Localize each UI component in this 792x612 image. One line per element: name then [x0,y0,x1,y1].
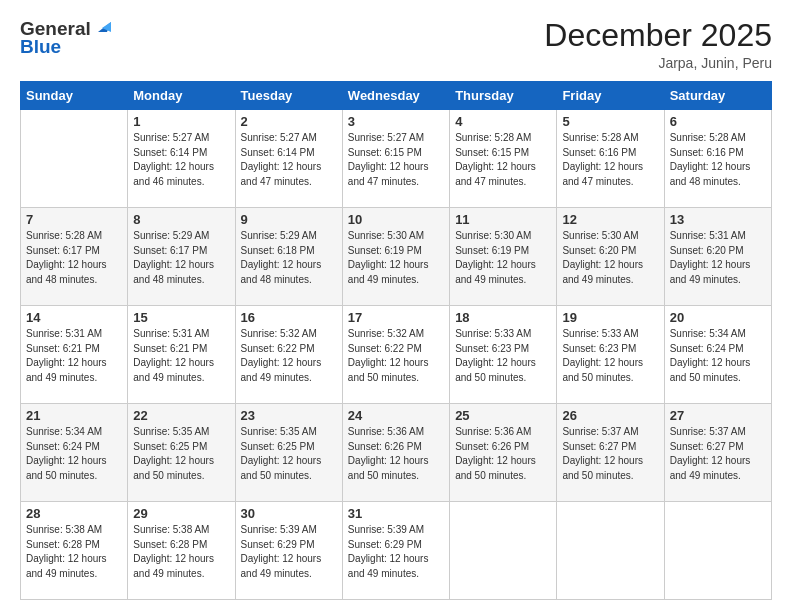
calendar-cell [664,502,771,600]
calendar-cell: 25Sunrise: 5:36 AM Sunset: 6:26 PM Dayli… [450,404,557,502]
calendar-cell: 8Sunrise: 5:29 AM Sunset: 6:17 PM Daylig… [128,208,235,306]
day-info: Sunrise: 5:33 AM Sunset: 6:23 PM Dayligh… [562,327,658,385]
calendar-cell: 24Sunrise: 5:36 AM Sunset: 6:26 PM Dayli… [342,404,449,502]
page: General Blue December 2025 Jarpa, Junin,… [0,0,792,612]
calendar-cell: 23Sunrise: 5:35 AM Sunset: 6:25 PM Dayli… [235,404,342,502]
day-number: 31 [348,506,444,521]
calendar-cell: 13Sunrise: 5:31 AM Sunset: 6:20 PM Dayli… [664,208,771,306]
day-number: 22 [133,408,229,423]
day-info: Sunrise: 5:35 AM Sunset: 6:25 PM Dayligh… [133,425,229,483]
day-info: Sunrise: 5:39 AM Sunset: 6:29 PM Dayligh… [241,523,337,581]
day-number: 11 [455,212,551,227]
calendar-cell: 16Sunrise: 5:32 AM Sunset: 6:22 PM Dayli… [235,306,342,404]
calendar-week-2: 7Sunrise: 5:28 AM Sunset: 6:17 PM Daylig… [21,208,772,306]
calendar-cell: 22Sunrise: 5:35 AM Sunset: 6:25 PM Dayli… [128,404,235,502]
day-info: Sunrise: 5:29 AM Sunset: 6:18 PM Dayligh… [241,229,337,287]
day-info: Sunrise: 5:28 AM Sunset: 6:15 PM Dayligh… [455,131,551,189]
calendar-cell: 28Sunrise: 5:38 AM Sunset: 6:28 PM Dayli… [21,502,128,600]
day-number: 14 [26,310,122,325]
day-info: Sunrise: 5:28 AM Sunset: 6:16 PM Dayligh… [562,131,658,189]
day-number: 13 [670,212,766,227]
calendar-cell [21,110,128,208]
day-number: 12 [562,212,658,227]
calendar-week-1: 1Sunrise: 5:27 AM Sunset: 6:14 PM Daylig… [21,110,772,208]
day-info: Sunrise: 5:36 AM Sunset: 6:26 PM Dayligh… [455,425,551,483]
logo: General Blue [20,18,111,58]
calendar-cell: 6Sunrise: 5:28 AM Sunset: 6:16 PM Daylig… [664,110,771,208]
day-info: Sunrise: 5:34 AM Sunset: 6:24 PM Dayligh… [670,327,766,385]
day-info: Sunrise: 5:30 AM Sunset: 6:19 PM Dayligh… [348,229,444,287]
day-number: 16 [241,310,337,325]
day-info: Sunrise: 5:39 AM Sunset: 6:29 PM Dayligh… [348,523,444,581]
day-info: Sunrise: 5:35 AM Sunset: 6:25 PM Dayligh… [241,425,337,483]
header: General Blue December 2025 Jarpa, Junin,… [20,18,772,71]
month-title: December 2025 [544,18,772,53]
calendar-cell: 10Sunrise: 5:30 AM Sunset: 6:19 PM Dayli… [342,208,449,306]
day-info: Sunrise: 5:37 AM Sunset: 6:27 PM Dayligh… [670,425,766,483]
calendar-cell: 7Sunrise: 5:28 AM Sunset: 6:17 PM Daylig… [21,208,128,306]
day-info: Sunrise: 5:31 AM Sunset: 6:21 PM Dayligh… [26,327,122,385]
day-info: Sunrise: 5:33 AM Sunset: 6:23 PM Dayligh… [455,327,551,385]
day-info: Sunrise: 5:29 AM Sunset: 6:17 PM Dayligh… [133,229,229,287]
day-info: Sunrise: 5:31 AM Sunset: 6:20 PM Dayligh… [670,229,766,287]
day-info: Sunrise: 5:36 AM Sunset: 6:26 PM Dayligh… [348,425,444,483]
day-number: 27 [670,408,766,423]
calendar-cell [557,502,664,600]
day-info: Sunrise: 5:32 AM Sunset: 6:22 PM Dayligh… [348,327,444,385]
day-number: 9 [241,212,337,227]
calendar-cell: 26Sunrise: 5:37 AM Sunset: 6:27 PM Dayli… [557,404,664,502]
day-number: 6 [670,114,766,129]
day-number: 15 [133,310,229,325]
day-number: 20 [670,310,766,325]
day-info: Sunrise: 5:32 AM Sunset: 6:22 PM Dayligh… [241,327,337,385]
day-number: 19 [562,310,658,325]
calendar-cell: 20Sunrise: 5:34 AM Sunset: 6:24 PM Dayli… [664,306,771,404]
day-number: 17 [348,310,444,325]
calendar-cell: 3Sunrise: 5:27 AM Sunset: 6:15 PM Daylig… [342,110,449,208]
day-info: Sunrise: 5:28 AM Sunset: 6:16 PM Dayligh… [670,131,766,189]
logo-bird-icon [93,18,111,36]
day-number: 24 [348,408,444,423]
calendar-cell: 31Sunrise: 5:39 AM Sunset: 6:29 PM Dayli… [342,502,449,600]
calendar-cell: 17Sunrise: 5:32 AM Sunset: 6:22 PM Dayli… [342,306,449,404]
day-number: 23 [241,408,337,423]
day-info: Sunrise: 5:30 AM Sunset: 6:20 PM Dayligh… [562,229,658,287]
day-info: Sunrise: 5:34 AM Sunset: 6:24 PM Dayligh… [26,425,122,483]
col-header-wednesday: Wednesday [342,82,449,110]
day-number: 7 [26,212,122,227]
col-header-sunday: Sunday [21,82,128,110]
calendar-cell: 11Sunrise: 5:30 AM Sunset: 6:19 PM Dayli… [450,208,557,306]
day-number: 25 [455,408,551,423]
calendar-cell: 2Sunrise: 5:27 AM Sunset: 6:14 PM Daylig… [235,110,342,208]
day-number: 30 [241,506,337,521]
day-info: Sunrise: 5:27 AM Sunset: 6:14 PM Dayligh… [241,131,337,189]
calendar-cell: 18Sunrise: 5:33 AM Sunset: 6:23 PM Dayli… [450,306,557,404]
calendar-cell: 4Sunrise: 5:28 AM Sunset: 6:15 PM Daylig… [450,110,557,208]
calendar-week-4: 21Sunrise: 5:34 AM Sunset: 6:24 PM Dayli… [21,404,772,502]
calendar-cell: 27Sunrise: 5:37 AM Sunset: 6:27 PM Dayli… [664,404,771,502]
calendar-cell: 29Sunrise: 5:38 AM Sunset: 6:28 PM Dayli… [128,502,235,600]
calendar-header-row: SundayMondayTuesdayWednesdayThursdayFrid… [21,82,772,110]
calendar-cell: 30Sunrise: 5:39 AM Sunset: 6:29 PM Dayli… [235,502,342,600]
day-number: 3 [348,114,444,129]
calendar-cell: 21Sunrise: 5:34 AM Sunset: 6:24 PM Dayli… [21,404,128,502]
calendar-cell: 15Sunrise: 5:31 AM Sunset: 6:21 PM Dayli… [128,306,235,404]
day-number: 2 [241,114,337,129]
col-header-saturday: Saturday [664,82,771,110]
day-number: 18 [455,310,551,325]
logo-blue: Blue [20,36,61,58]
calendar-cell [450,502,557,600]
calendar-cell: 19Sunrise: 5:33 AM Sunset: 6:23 PM Dayli… [557,306,664,404]
day-info: Sunrise: 5:31 AM Sunset: 6:21 PM Dayligh… [133,327,229,385]
day-info: Sunrise: 5:30 AM Sunset: 6:19 PM Dayligh… [455,229,551,287]
day-number: 29 [133,506,229,521]
day-info: Sunrise: 5:28 AM Sunset: 6:17 PM Dayligh… [26,229,122,287]
calendar-cell: 9Sunrise: 5:29 AM Sunset: 6:18 PM Daylig… [235,208,342,306]
day-info: Sunrise: 5:37 AM Sunset: 6:27 PM Dayligh… [562,425,658,483]
day-info: Sunrise: 5:38 AM Sunset: 6:28 PM Dayligh… [26,523,122,581]
day-info: Sunrise: 5:38 AM Sunset: 6:28 PM Dayligh… [133,523,229,581]
title-block: December 2025 Jarpa, Junin, Peru [544,18,772,71]
day-number: 1 [133,114,229,129]
calendar-week-3: 14Sunrise: 5:31 AM Sunset: 6:21 PM Dayli… [21,306,772,404]
day-number: 8 [133,212,229,227]
